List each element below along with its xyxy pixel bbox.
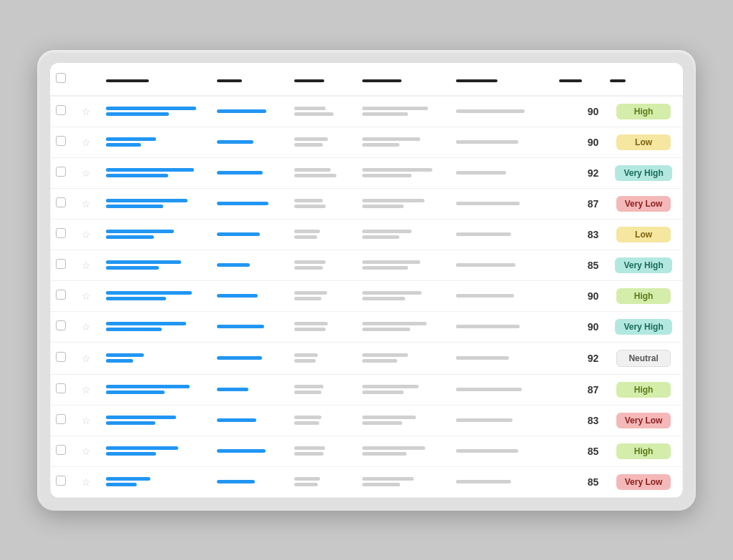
bar-group-col5 [456, 480, 547, 483]
row-star[interactable]: ☆ [82, 446, 91, 457]
row-checkbox[interactable] [56, 105, 66, 115]
row-checkbox[interactable] [56, 136, 66, 146]
bar-gray-bottom [294, 112, 334, 116]
bar-gray-bottom [294, 421, 319, 425]
th-col2 [211, 63, 288, 96]
row-star[interactable]: ☆ [82, 384, 91, 396]
cell-col4 [356, 405, 450, 436]
bar-blue-bottom [106, 359, 133, 363]
row-checkbox[interactable] [56, 445, 66, 455]
cell-col2 [211, 311, 288, 342]
row-star[interactable]: ☆ [82, 260, 91, 271]
cell-col2 [211, 127, 288, 157]
row-checkbox[interactable] [56, 476, 66, 486]
bar-gray-col5 [456, 325, 520, 328]
bar-group-col5 [456, 202, 547, 205]
bar-group-col3 [294, 168, 351, 177]
bar-gray-col4-top [362, 416, 416, 419]
cell-col4 [356, 466, 450, 497]
status-badge: Very High [615, 257, 671, 273]
bar-group-col3 [294, 353, 351, 363]
bar-gray-col4-top [362, 168, 432, 172]
bar-group-col2 [217, 418, 282, 422]
bar-blue-bottom [106, 235, 154, 239]
row-star[interactable]: ☆ [82, 476, 91, 488]
bar-group-col4 [362, 385, 445, 394]
row-checkbox[interactable] [56, 383, 66, 393]
bar-group-col2 [217, 109, 282, 113]
cell-badge: Very High [604, 250, 683, 280]
bar-group-col3 [294, 107, 351, 116]
bar-group-col2 [217, 202, 282, 205]
row-star[interactable]: ☆ [82, 229, 91, 240]
cell-col2 [211, 342, 288, 374]
col7-header-bar [610, 79, 626, 82]
col1-header-bar [106, 79, 149, 82]
row-star[interactable]: ☆ [82, 198, 91, 210]
bar-gray-col4-top [362, 446, 425, 450]
bar-gray-bottom [294, 143, 323, 147]
bar-group-col2 [217, 263, 282, 267]
cell-col5 [450, 374, 553, 405]
row-checkbox[interactable] [56, 414, 66, 424]
bar-group-col4 [362, 446, 445, 456]
row-star[interactable]: ☆ [82, 290, 91, 302]
row-star[interactable]: ☆ [82, 353, 91, 364]
bar-group-col5 [456, 418, 547, 422]
bar-gray-bottom [294, 297, 321, 300]
bar-group-col4 [362, 322, 445, 331]
row-checkbox[interactable] [56, 259, 66, 269]
row-checkbox[interactable] [56, 167, 66, 177]
cell-badge: High [604, 96, 683, 127]
cell-col3 [288, 280, 356, 311]
cell-col1 [100, 405, 211, 436]
cell-col3 [288, 157, 356, 188]
bar-group-col3 [294, 416, 351, 425]
bar-gray-bottom [294, 266, 323, 270]
bar-group-col1 [106, 446, 205, 456]
row-checkbox[interactable] [56, 197, 66, 207]
row-star[interactable]: ☆ [82, 137, 91, 148]
bar-blue-bottom [106, 174, 168, 177]
cell-badge: Very High [604, 311, 683, 342]
cell-col2 [211, 157, 288, 188]
cell-col1 [100, 311, 211, 342]
bar-group-col4 [362, 168, 445, 177]
row-checkbox[interactable] [56, 228, 66, 238]
bar-gray-top [294, 199, 323, 202]
cell-badge: Very Low [604, 466, 683, 497]
row-checkbox[interactable] [56, 352, 66, 362]
row-star[interactable]: ☆ [82, 321, 91, 333]
row-checkbox[interactable] [56, 320, 66, 330]
bar-group-col5 [456, 263, 547, 267]
col2-header-bar [217, 79, 242, 82]
cell-col4 [356, 96, 450, 127]
bar-blue-col2 [217, 325, 264, 328]
cell-badge: Very Low [604, 188, 683, 219]
bar-gray-col5 [456, 263, 515, 267]
bar-gray-top [294, 137, 329, 141]
bar-blue-col2 [217, 480, 255, 483]
cell-col5 [450, 466, 553, 497]
bar-blue-top [106, 385, 190, 388]
cell-badge: Low [604, 127, 683, 157]
bar-group-col5 [456, 449, 547, 453]
cell-badge: Very High [604, 157, 683, 188]
cell-score: 85 [553, 466, 605, 497]
bar-group-col5 [456, 232, 547, 236]
row-star[interactable]: ☆ [82, 167, 91, 179]
row-star[interactable]: ☆ [82, 415, 91, 426]
header-checkbox[interactable] [56, 73, 66, 83]
bar-gray-top [294, 416, 321, 419]
status-badge: Very Low [616, 196, 671, 212]
bar-gray-col4-bottom [362, 297, 405, 300]
cell-col4 [356, 280, 450, 311]
cell-badge: Low [604, 219, 683, 250]
bar-gray-col4-top [362, 477, 413, 481]
bar-gray-col5 [456, 449, 518, 453]
row-star[interactable]: ☆ [82, 106, 91, 117]
bar-blue-bottom [106, 266, 159, 270]
bar-gray-top [294, 477, 321, 481]
table-row: ☆ 85Very Low [50, 466, 683, 497]
row-checkbox[interactable] [56, 290, 66, 300]
